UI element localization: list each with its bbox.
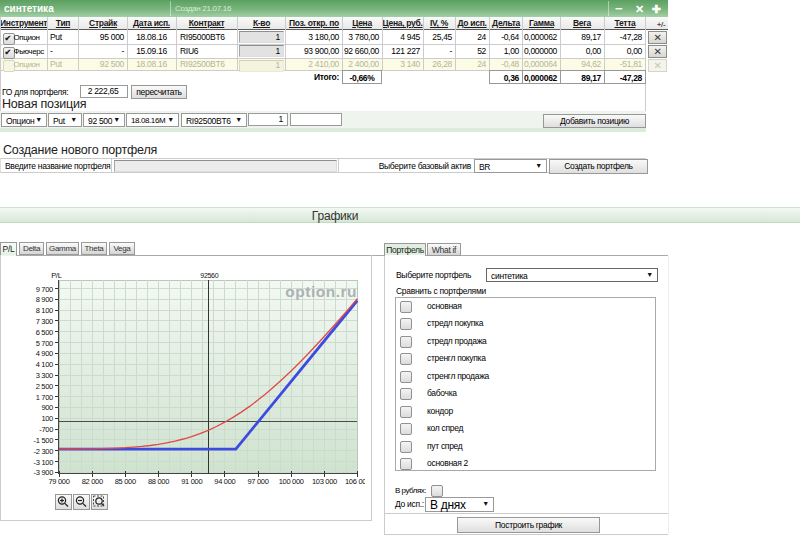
svg-text:900: 900 [41, 403, 53, 412]
svg-text:4 100: 4 100 [36, 360, 53, 369]
svg-text:-2 300: -2 300 [34, 447, 54, 456]
svg-text:8 100: 8 100 [36, 306, 53, 315]
svg-text:9 700: 9 700 [36, 285, 53, 294]
svg-text:100: 100 [41, 414, 53, 423]
svg-text:91 000: 91 000 [181, 477, 202, 486]
svg-text:85 000: 85 000 [115, 477, 136, 486]
svg-text:79 000: 79 000 [48, 477, 69, 486]
svg-text:option.ru: option.ru [285, 283, 357, 300]
svg-text:4 900: 4 900 [36, 349, 53, 358]
svg-text:-1 500: -1 500 [34, 436, 54, 445]
svg-text:92560: 92560 [200, 272, 218, 279]
svg-text:103 000: 103 000 [312, 477, 337, 486]
svg-text:-3 900: -3 900 [34, 468, 54, 477]
svg-text:7 300: 7 300 [36, 317, 53, 326]
svg-text:-3 100: -3 100 [34, 458, 54, 467]
svg-text:94 000: 94 000 [214, 477, 235, 486]
svg-text:3 300: 3 300 [36, 371, 53, 380]
svg-text:P/L: P/L [51, 271, 61, 280]
svg-text:-700: -700 [39, 425, 53, 434]
svg-text:82 000: 82 000 [82, 477, 103, 486]
svg-text:100 000: 100 000 [279, 477, 304, 486]
svg-text:106 000: 106 000 [345, 477, 370, 486]
svg-text:8 900: 8 900 [36, 295, 53, 304]
svg-text:2 500: 2 500 [36, 382, 53, 391]
svg-text:97 000: 97 000 [247, 477, 268, 486]
svg-text:5 700: 5 700 [36, 339, 53, 348]
svg-text:88 000: 88 000 [148, 477, 169, 486]
svg-text:6 500: 6 500 [36, 328, 53, 337]
svg-text:1 700: 1 700 [36, 393, 53, 402]
